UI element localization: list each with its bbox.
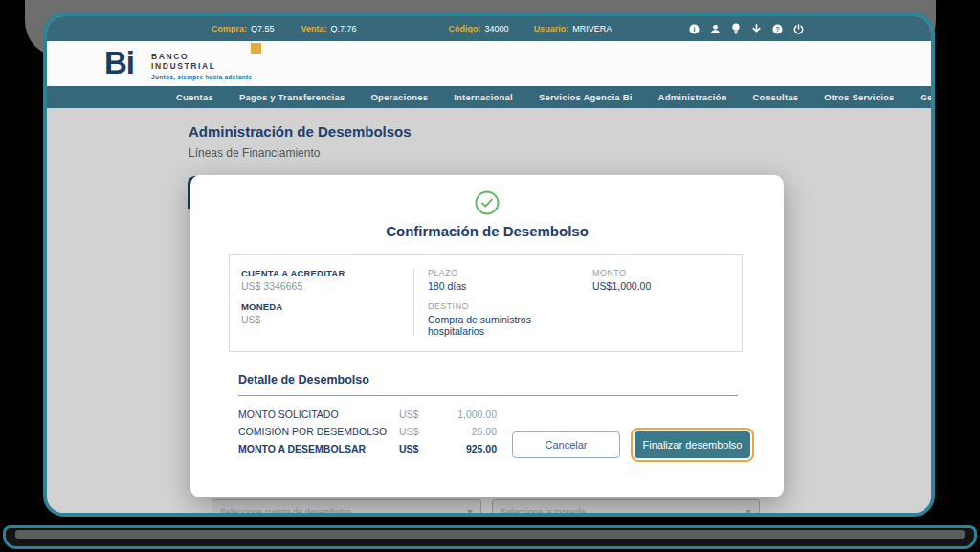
bank-logo[interactable]: Bi BANCO INDUSTRIAL Juntos, siempre haci… xyxy=(104,44,252,82)
nav-item-cuentas[interactable]: Cuentas xyxy=(176,92,213,102)
browser-screen: Compra: Q7.55 Venta: Q.7.76 Código: 3400… xyxy=(43,12,935,517)
svg-text:?: ? xyxy=(775,25,780,33)
user-icon[interactable] xyxy=(710,24,721,34)
modal-actions: Cancelar Finalizar desembolso xyxy=(512,431,750,458)
row-amount: 925.00 xyxy=(437,443,497,454)
device-base xyxy=(3,525,977,549)
brand-tagline: Juntos, siempre hacia adelante xyxy=(151,74,252,80)
topbar-icons: i ? xyxy=(689,23,804,34)
main-content: Administración de Desembolsos Líneas de … xyxy=(47,108,931,513)
chevron-down-icon xyxy=(746,510,751,513)
brand-name-line2: INDUSTRIAL xyxy=(151,61,252,71)
table-row-monto-solicitado: MONTO SOLICITADO US$ 1,000.00 xyxy=(238,408,784,420)
lightbulb-icon[interactable] xyxy=(731,23,741,34)
summary-column-amount: MONTO US$1,000.00 xyxy=(579,268,742,337)
svg-text:i: i xyxy=(693,25,695,33)
term-label: PLAZO xyxy=(428,268,579,277)
compra-label: Compra: xyxy=(212,24,247,33)
venta-value: Q.7.76 xyxy=(331,24,357,33)
nav-item-otros-servicios[interactable]: Otros Servicios xyxy=(824,92,894,102)
success-check-icon xyxy=(190,175,784,215)
chevron-down-icon xyxy=(467,510,473,513)
logo-bi-text: Bi xyxy=(104,44,134,82)
nav-item-servicios-agencia-bi[interactable]: Servicios Agencia Bi xyxy=(539,92,633,102)
codigo-label: Código: xyxy=(449,24,481,33)
row-label: COMISIÓN POR DESEMBOLSO xyxy=(238,426,399,437)
account-to-credit-label: CUENTA A ACREDITAR xyxy=(241,268,413,278)
account-to-credit-value: US$ 3346665 xyxy=(241,280,413,292)
background-currency-placeholder: Seleccione la moneda xyxy=(501,507,586,513)
main-nav: Cuentas Pagos y Transferencias Operacion… xyxy=(47,86,931,108)
power-icon[interactable] xyxy=(793,24,804,34)
summary-column-term: PLAZO 180 días DESTINO Compra de suminis… xyxy=(414,268,579,337)
row-amount: 25.00 xyxy=(437,426,497,437)
exchange-sell: Venta: Q.7.76 xyxy=(301,24,357,33)
codigo-value: 34000 xyxy=(485,24,509,33)
brand-text: BANCO INDUSTRIAL Juntos, siempre hacia a… xyxy=(151,44,252,82)
title-divider xyxy=(189,166,791,166)
exchange-buy: Compra: Q7.55 xyxy=(212,24,275,33)
row-label: MONTO SOLICITADO xyxy=(238,408,399,420)
row-currency: US$ xyxy=(399,426,437,437)
disbursement-summary-box: CUENTA A ACREDITAR US$ 3346665 MONEDA US… xyxy=(229,254,743,352)
summary-column-account: CUENTA A ACREDITAR US$ 3346665 MONEDA US… xyxy=(230,268,414,337)
top-info-bar: Compra: Q7.55 Venta: Q.7.76 Código: 3400… xyxy=(47,16,931,41)
usuario-value: MRIVERA xyxy=(572,24,612,33)
user-code: Código: 34000 xyxy=(449,24,509,33)
usuario-label: Usuario: xyxy=(534,24,569,33)
background-account-select[interactable]: Seleccione cuenta de desembolso xyxy=(212,499,481,513)
currency-label: MONEDA xyxy=(241,301,413,312)
confirmation-modal: Confirmación de Desembolso CUENTA A ACRE… xyxy=(190,175,784,497)
brand-bar: Bi BANCO INDUSTRIAL Juntos, siempre haci… xyxy=(47,41,931,86)
venta-label: Venta: xyxy=(301,24,327,33)
currency-value: US$ xyxy=(241,314,413,325)
modal-title: Confirmación de Desembolso xyxy=(190,223,784,239)
detail-heading: Detalle de Desembolso xyxy=(238,373,738,396)
brand-name-line1: BANCO xyxy=(151,52,252,61)
amount-label: MONTO xyxy=(592,268,742,277)
page-title: Administración de Desembolsos xyxy=(189,123,412,140)
help-icon[interactable]: ? xyxy=(772,24,783,34)
username: Usuario: MRIVERA xyxy=(534,24,612,33)
amount-value: US$1,000.00 xyxy=(592,280,742,292)
row-label: MONTO A DESEMBOLSAR xyxy=(238,443,399,454)
term-value: 180 días xyxy=(428,280,579,292)
background-account-placeholder: Seleccione cuenta de desembolso xyxy=(220,507,351,513)
device-mockup: Compra: Q7.55 Venta: Q.7.76 Código: 3400… xyxy=(0,0,980,552)
row-currency: US$ xyxy=(399,408,437,420)
nav-item-gestiones[interactable]: Gestiones xyxy=(921,92,936,102)
nav-item-internacional[interactable]: Internacional xyxy=(454,92,513,102)
row-currency: US$ xyxy=(399,443,437,454)
arrow-down-icon[interactable] xyxy=(751,23,762,34)
cancel-button[interactable]: Cancelar xyxy=(512,431,620,458)
nav-item-administracion[interactable]: Administración xyxy=(658,92,727,102)
nav-item-consultas[interactable]: Consultas xyxy=(753,92,799,102)
device-base-stripe xyxy=(15,530,965,539)
page-subtitle: Líneas de Financiamiento xyxy=(189,146,320,160)
finalize-disbursement-button[interactable]: Finalizar desembolso xyxy=(635,431,750,458)
destination-label: DESTINO xyxy=(428,301,579,311)
logo-yellow-square xyxy=(251,43,261,54)
nav-item-operaciones[interactable]: Operaciones xyxy=(370,92,428,102)
destination-value: Compra de suministros hospitalarios xyxy=(428,314,579,337)
info-icon[interactable]: i xyxy=(689,24,700,34)
compra-value: Q7.55 xyxy=(251,24,275,33)
nav-item-pagos-y-transferencias[interactable]: Pagos y Transferencias xyxy=(239,92,345,102)
row-amount: 1,000.00 xyxy=(437,408,497,420)
background-currency-select[interactable]: Seleccione la moneda xyxy=(492,499,760,513)
